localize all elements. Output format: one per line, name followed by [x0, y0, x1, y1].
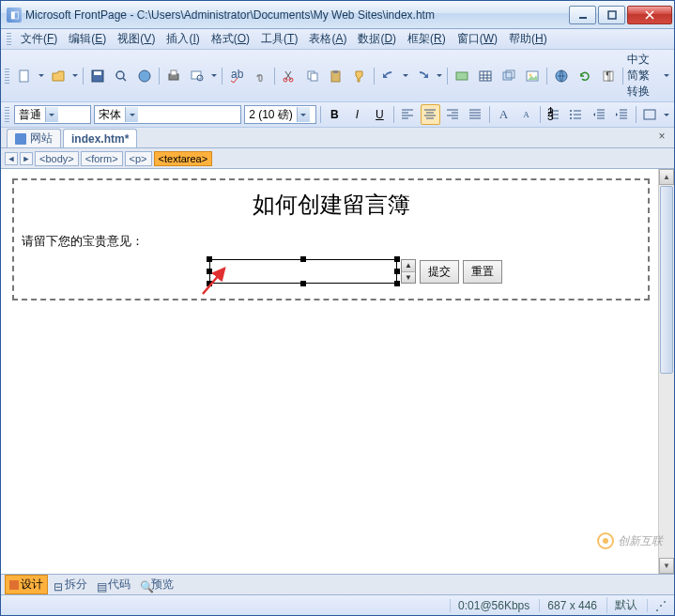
submit-button[interactable]: 提交	[420, 260, 459, 284]
chevron-down-icon[interactable]	[45, 107, 58, 122]
align-left-button[interactable]	[398, 104, 418, 125]
align-right-button[interactable]	[443, 104, 463, 125]
hyperlink-button[interactable]	[551, 66, 572, 86]
borders-button[interactable]	[640, 104, 660, 125]
ime-convert-button[interactable]: 中文简繁转换	[627, 52, 660, 100]
tag-body[interactable]: <body>	[35, 151, 79, 166]
indent-button[interactable]	[612, 104, 632, 125]
maximize-button[interactable]	[598, 6, 625, 24]
menu-f[interactable]: 文件(F)	[15, 30, 63, 47]
resize-handle[interactable]	[207, 256, 212, 262]
align-justify-button[interactable]	[466, 104, 485, 125]
font-grow-button[interactable]: A	[494, 104, 514, 125]
ime-dropdown[interactable]	[663, 71, 670, 80]
table-button[interactable]	[475, 66, 496, 86]
menu-v[interactable]: 视图(V)	[112, 30, 161, 47]
textarea-selected[interactable]	[209, 259, 397, 284]
vertical-scrollbar[interactable]: ▲ ▼	[658, 169, 674, 574]
page-heading[interactable]: 如何创建留言簿	[22, 184, 640, 229]
crumb-next-button[interactable]: ►	[20, 152, 33, 165]
menu-e[interactable]: 编辑(E)	[63, 30, 112, 47]
tab-current-file[interactable]: index.htm*	[63, 129, 137, 147]
crumb-prev-button[interactable]: ◄	[5, 152, 18, 165]
font-shrink-button[interactable]: A	[516, 104, 536, 125]
resize-handle[interactable]	[207, 281, 212, 286]
menu-r[interactable]: 框架(R)	[402, 30, 452, 47]
grip-icon	[5, 107, 9, 122]
menu-i[interactable]: 插入(I)	[161, 30, 205, 47]
open-button[interactable]	[48, 66, 69, 86]
chevron-down-icon[interactable]	[297, 107, 310, 122]
resize-handle[interactable]	[394, 281, 400, 286]
menu-bar: 文件(F)编辑(E)视图(V)插入(I)格式(O)工具(T)表格(A)数据(D)…	[1, 29, 674, 50]
redo-dropdown[interactable]	[436, 71, 443, 80]
outdent-button[interactable]	[590, 104, 609, 125]
close-tab-button[interactable]: ×	[655, 131, 668, 144]
publish-button[interactable]	[134, 66, 155, 86]
cut-button[interactable]	[279, 66, 299, 86]
undo-dropdown[interactable]	[402, 71, 409, 80]
format-painter-button[interactable]	[349, 66, 370, 86]
menu-w[interactable]: 窗口(W)	[452, 30, 503, 47]
view-preview[interactable]: 🔍预览	[136, 576, 177, 593]
resize-handle[interactable]	[394, 269, 400, 274]
italic-button[interactable]: I	[347, 104, 367, 125]
preview-dropdown[interactable]	[210, 71, 218, 80]
stop-button[interactable]: ¶	[598, 66, 619, 86]
font-combo[interactable]: 宋体	[94, 105, 241, 124]
minimize-button[interactable]	[569, 6, 596, 24]
resize-handle[interactable]	[300, 281, 306, 286]
underline-button[interactable]: U	[370, 104, 390, 125]
menu-a[interactable]: 表格(A)	[303, 30, 352, 47]
menu-d[interactable]: 数据(D)	[352, 30, 402, 47]
view-split[interactable]: ⊟拆分	[50, 576, 91, 593]
undo-button[interactable]	[378, 66, 399, 86]
redo-button[interactable]	[412, 66, 433, 86]
size-combo[interactable]: 2 (10 磅)	[244, 105, 316, 124]
resize-handle[interactable]	[300, 256, 306, 262]
attach-button[interactable]	[250, 66, 270, 86]
design-surface[interactable]: 如何创建留言簿 请留下您的宝贵意见： ▲▼ 提交	[1, 169, 674, 574]
bullet-list-button[interactable]	[567, 104, 587, 125]
new-button[interactable]	[14, 66, 35, 86]
refresh-button[interactable]	[575, 66, 595, 86]
print-button[interactable]	[163, 66, 184, 86]
menu-t[interactable]: 工具(T)	[255, 30, 303, 47]
copy-button[interactable]	[302, 66, 323, 86]
chevron-down-icon[interactable]	[125, 107, 138, 122]
view-design[interactable]: 设计	[5, 575, 48, 594]
tab-website[interactable]: 网站	[7, 129, 61, 147]
reset-button[interactable]: 重置	[463, 260, 502, 284]
menu-h[interactable]: 帮助(H)	[503, 30, 553, 47]
new-dropdown[interactable]	[38, 71, 45, 80]
close-button[interactable]	[627, 6, 672, 24]
menu-o[interactable]: 格式(O)	[206, 30, 255, 47]
status-bar: 0:01@56Kbps 687 x 446 默认 ⋰	[1, 594, 674, 615]
open-dropdown[interactable]	[71, 71, 79, 80]
resize-handle[interactable]	[394, 256, 400, 262]
tag-p[interactable]: <p>	[125, 151, 152, 166]
save-button[interactable]	[87, 66, 108, 86]
number-list-button[interactable]: 123	[545, 104, 564, 125]
tag-form[interactable]: <form>	[81, 151, 123, 166]
layer-button[interactable]	[499, 66, 519, 86]
web-component-button[interactable]	[452, 66, 472, 86]
scroll-thumb[interactable]	[660, 186, 673, 374]
resize-handle[interactable]	[207, 269, 212, 274]
bold-button[interactable]: B	[325, 104, 345, 125]
view-code[interactable]: ▤代码	[93, 576, 134, 593]
align-center-button[interactable]	[421, 104, 440, 125]
scroll-down-button[interactable]: ▼	[659, 558, 674, 574]
picture-button[interactable]	[522, 66, 543, 86]
tag-textarea[interactable]: <textarea>	[154, 151, 213, 166]
scroll-up-button[interactable]: ▲	[659, 169, 674, 185]
form-outline: 如何创建留言簿 请留下您的宝贵意见： ▲▼ 提交	[12, 178, 650, 300]
spellcheck-button[interactable]: ab	[226, 66, 247, 86]
style-combo[interactable]: 普通	[14, 105, 91, 124]
search-button[interactable]	[111, 66, 131, 86]
spinner[interactable]: ▲▼	[401, 259, 416, 284]
borders-dropdown[interactable]	[663, 111, 670, 119]
paste-button[interactable]	[326, 66, 346, 86]
form-label[interactable]: 请留下您的宝贵意见：	[22, 229, 640, 259]
preview-button[interactable]	[187, 66, 207, 86]
